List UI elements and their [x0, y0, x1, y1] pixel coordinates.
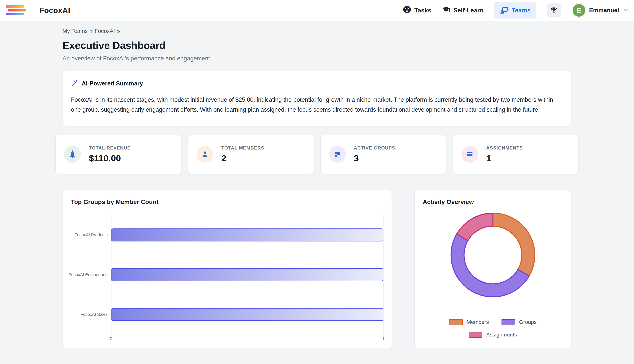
dashboard-content: My Teams » FocoxAI » Executive Dashboard…	[55, 28, 579, 349]
brand-name: FocoxAI	[40, 6, 70, 15]
donut-segment-groups	[451, 234, 529, 297]
rocket-icon	[64, 146, 81, 163]
person-icon	[196, 146, 213, 163]
legend-label: Assignments	[486, 332, 517, 338]
bar-category-label: FocoxAI Sales	[71, 294, 111, 334]
donut-segment-members	[493, 213, 535, 276]
chevron-down-icon	[623, 8, 629, 12]
stat-value: 3	[354, 153, 396, 164]
bar-focoxai-sales	[111, 308, 384, 321]
legend-item-groups[interactable]: Groups	[502, 319, 537, 325]
bar-chart-category-labels: FocoxAI ProductsFocoxAI EngineeringFocox…	[71, 215, 111, 334]
bar-chart-card: Top Groups by Member Count FocoxAI Produ…	[62, 190, 392, 349]
bar-chart-plot-area	[111, 215, 384, 334]
stat-label: TOTAL REVENUE	[89, 145, 130, 151]
bar-chart-title: Top Groups by Member Count	[71, 198, 384, 206]
blocks-icon	[329, 146, 346, 163]
y-axis-line	[111, 215, 112, 337]
donut-chart-card: Activity Overview MembersGroupsAssignmen…	[414, 190, 571, 349]
legend-swatch	[468, 332, 482, 338]
nav-label: Teams	[512, 7, 530, 14]
page-title: Executive Dashboard	[62, 40, 572, 51]
user-menu[interactable]: E Emmanuel	[573, 4, 629, 17]
magic-wand-icon	[71, 80, 78, 88]
summary-title: AI-Powered Summary	[82, 80, 143, 87]
x-tick-label: 1	[382, 336, 385, 342]
focoxai-logo-icon	[6, 5, 32, 16]
legend-swatch	[502, 319, 515, 325]
breadcrumb-my-teams[interactable]: My Teams	[62, 28, 88, 34]
bar-chart: FocoxAI ProductsFocoxAI EngineeringFocox…	[71, 215, 384, 334]
x-axis-ticks: 01	[111, 334, 384, 343]
list-icon	[461, 146, 478, 163]
stat-label: ASSIGNMENTS	[486, 145, 523, 151]
gauge-icon	[403, 5, 411, 15]
summary-text: FocoxAI is in its nascent stages, with m…	[71, 95, 563, 115]
stat-value: 1	[486, 153, 523, 164]
top-navigation-bar: FocoxAI Tasks	[0, 0, 634, 21]
breadcrumb: My Teams » FocoxAI »	[62, 28, 572, 34]
x-tick-label: 0	[110, 336, 112, 342]
stat-label: TOTAL MEMBERS	[222, 145, 264, 151]
stat-value: 2	[222, 153, 264, 164]
legend-item-assignments[interactable]: Assignments	[468, 332, 517, 338]
nav-label: Self-Learn	[454, 7, 483, 14]
bar-category-label: FocoxAI Products	[71, 215, 111, 255]
activity-doughnut-chart	[449, 211, 537, 299]
legend-label: Groups	[519, 319, 537, 325]
stat-label: ACTIVE GROUPS	[354, 145, 396, 151]
page-subtitle: An overview of FocoxAI’s performance and…	[62, 55, 572, 62]
stat-card-total-revenue: TOTAL REVENUE $110.00	[55, 134, 182, 174]
bar-focoxai-products	[111, 228, 384, 242]
trophy-icon	[550, 6, 558, 15]
stat-cards-row: TOTAL REVENUE $110.00 TOTAL MEMBERS 2	[55, 134, 579, 174]
bar-focoxai-engineering	[111, 268, 384, 281]
stat-card-active-groups: ACTIVE GROUPS 3	[320, 134, 446, 174]
stat-value: $110.00	[89, 153, 130, 164]
graduation-cap-icon	[442, 5, 450, 15]
breadcrumb-separator: »	[90, 28, 93, 34]
nav-label: Tasks	[414, 7, 431, 14]
bar-category-label: FocoxAI Engineering	[71, 255, 111, 294]
donut-legend: MembersGroupsAssignments	[423, 319, 563, 338]
donut-segment-assignments	[456, 213, 493, 241]
legend-label: Members	[466, 319, 489, 325]
brand[interactable]: FocoxAI	[6, 5, 70, 16]
ai-summary-card: AI-Powered Summary FocoxAI is in its nas…	[62, 71, 572, 126]
avatar: E	[573, 4, 585, 17]
nav-item-teams[interactable]: Teams	[494, 2, 536, 18]
achievements-button[interactable]	[547, 4, 561, 17]
gridline-x1	[383, 215, 384, 337]
legend-swatch	[449, 319, 463, 325]
user-name: Emmanuel	[589, 7, 619, 14]
charts-row: Top Groups by Member Count FocoxAI Produ…	[62, 190, 572, 349]
donut-chart-title: Activity Overview	[423, 198, 563, 206]
stat-card-total-members: TOTAL MEMBERS 2	[188, 134, 314, 174]
breadcrumb-separator: »	[117, 28, 120, 34]
legend-item-members[interactable]: Members	[449, 319, 489, 325]
stat-card-assignments: ASSIGNMENTS 1	[452, 134, 579, 174]
nav-item-self-learn[interactable]: Self-Learn	[442, 5, 483, 15]
breadcrumb-focoxai[interactable]: FocoxAI	[95, 28, 115, 34]
teams-icon	[500, 6, 508, 15]
nav-item-tasks[interactable]: Tasks	[403, 5, 431, 15]
main-nav: Tasks Self-Learn Teams	[403, 2, 629, 18]
